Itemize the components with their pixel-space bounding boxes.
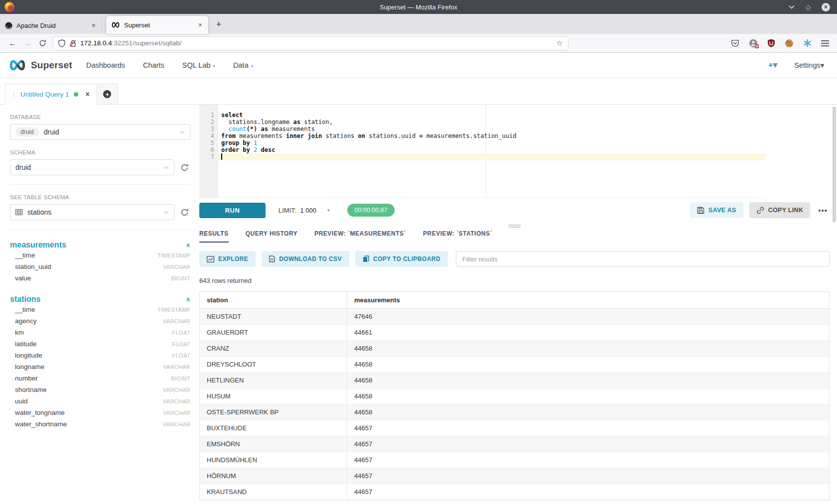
drag-handle-icon[interactable]: ⋮: [10, 91, 16, 98]
add-query-tab-button[interactable]: +: [97, 84, 118, 105]
tab-close-icon[interactable]: ×: [197, 21, 203, 29]
insecure-lock-icon[interactable]: [69, 39, 76, 47]
ublock-icon[interactable]: [767, 39, 775, 47]
editor-gutter: 1234567: [199, 105, 218, 198]
schema-table-name[interactable]: stations: [10, 295, 40, 304]
download-csv-button[interactable]: DOWNLOAD TO CSV: [262, 251, 349, 267]
database-select[interactable]: druid druid: [10, 124, 190, 140]
profile-extension-icon[interactable]: [749, 39, 758, 48]
url-bar[interactable]: 172.18.0.4:32251/superset/sqllab/ ☆: [53, 36, 568, 50]
filter-results-input[interactable]: [456, 251, 830, 267]
nav-data[interactable]: Data▾: [233, 61, 253, 69]
new-item-menu[interactable]: +▾: [768, 60, 777, 70]
schema-table-name[interactable]: measurements: [10, 241, 66, 250]
cell-station: HETLINGEN: [200, 373, 347, 388]
tracking-shield-icon[interactable]: [58, 39, 65, 47]
new-tab-button[interactable]: +: [211, 17, 226, 32]
nav-charts[interactable]: Charts: [143, 61, 164, 69]
schema-select[interactable]: druid: [10, 159, 174, 175]
browser-tab-superset[interactable]: Superset ×: [106, 16, 208, 34]
table-row[interactable]: GRAUERORT44661: [200, 325, 829, 341]
cell-measurements: 44658: [347, 377, 829, 384]
nav-sql-lab[interactable]: SQL Lab▾: [182, 61, 215, 69]
column-header-station[interactable]: station: [200, 292, 347, 308]
column-name: station_uuid: [15, 263, 51, 270]
table-row[interactable]: OSTE-SPERRWERK BP44658: [200, 404, 829, 420]
gutter-line-number: 7: [199, 153, 214, 160]
code-line[interactable]: count(*) as measurements: [218, 126, 766, 132]
code-line[interactable]: stations.longname as station,: [218, 119, 766, 126]
tab-close-icon[interactable]: ×: [91, 21, 97, 29]
collapse-section-icon[interactable]: ∧: [186, 296, 190, 303]
query-status-dot: [74, 92, 78, 97]
table-select[interactable]: stations: [10, 204, 174, 220]
table-row[interactable]: BUXTEHUDE44657: [200, 420, 829, 436]
save-as-button[interactable]: SAVE AS: [690, 202, 743, 218]
druid-favicon: [5, 22, 12, 29]
schema-column-row: latitudeFLOAT: [10, 338, 190, 350]
tab-results[interactable]: RESULTS: [199, 230, 229, 243]
editor-code[interactable]: select stations.longname as station, cou…: [218, 105, 766, 198]
cell-measurements: 44658: [347, 392, 829, 400]
code-line[interactable]: [218, 153, 766, 160]
query-tab-close-icon[interactable]: ×: [86, 90, 90, 98]
table-row[interactable]: HUNDSMÜHLEN44657: [200, 452, 829, 468]
column-name: longname: [15, 363, 44, 371]
table-row[interactable]: NEUSTADT47646: [200, 309, 829, 325]
refresh-tables-icon[interactable]: [180, 208, 190, 217]
table-row[interactable]: EMSHÖRN44657: [200, 436, 829, 452]
collapse-section-icon[interactable]: ∧: [186, 242, 190, 249]
cell-measurements: 44657: [347, 456, 829, 464]
tab-preview-stations[interactable]: PREVIEW: `STATIONS`: [423, 230, 492, 242]
query-tab[interactable]: ⋮ Untitled Query 1 ×: [5, 84, 97, 105]
superset-brand[interactable]: Superset: [8, 59, 72, 71]
copy-link-button[interactable]: COPY LINK: [749, 202, 811, 218]
sparkle-extension-icon[interactable]: [803, 39, 812, 47]
table-row[interactable]: HETLINGEN44658: [200, 373, 829, 388]
table-row[interactable]: CRANZ44658: [200, 341, 829, 357]
settings-menu[interactable]: Settings▾: [794, 61, 824, 69]
pane-splitter[interactable]: [199, 222, 830, 230]
column-header-measurements[interactable]: measurements: [347, 296, 829, 304]
reload-button[interactable]: [35, 39, 50, 47]
bookmark-star-icon[interactable]: ☆: [557, 39, 563, 48]
limit-dropdown[interactable]: LIMIT: 1 000 ▾: [279, 207, 329, 214]
back-button[interactable]: ←: [5, 39, 20, 48]
table-row[interactable]: KRAUTSAND44657: [200, 484, 829, 500]
code-line[interactable]: select: [218, 112, 766, 119]
pocket-icon[interactable]: [731, 39, 739, 47]
superset-favicon: [111, 22, 120, 28]
forward-button[interactable]: →: [20, 39, 35, 48]
column-type: FLOAT: [172, 330, 190, 336]
schema-column-row: __timeTIMESTAMP: [10, 304, 190, 315]
column-type: FLOAT: [172, 353, 190, 359]
tab-preview-measurements[interactable]: PREVIEW: `MEASUREMENTS`: [314, 230, 406, 242]
table-row[interactable]: HÖRNUM44657: [200, 468, 829, 484]
query-tabstrip: ⋮ Untitled Query 1 × +: [0, 78, 837, 105]
code-line[interactable]: order by 2 desc: [218, 146, 766, 153]
browser-tab-apache-druid[interactable]: Apache Druid ×: [0, 17, 102, 34]
code-line[interactable]: from measurements inner join stations on…: [218, 132, 766, 139]
copy-clipboard-button[interactable]: COPY TO CLIPBOARD: [355, 251, 448, 267]
schema-column-row: __timeTIMESTAMP: [10, 250, 190, 261]
pane-scrollbar[interactable]: [833, 107, 836, 222]
code-line[interactable]: group by 1: [218, 139, 766, 146]
cookie-extension-icon[interactable]: [785, 39, 794, 48]
schema-column-row: kmFLOAT: [10, 327, 190, 338]
sql-editor[interactable]: 1234567 select stations.longname as stat…: [199, 105, 766, 198]
run-button[interactable]: RUN: [199, 203, 266, 218]
cell-station: NEUSTADT: [200, 309, 347, 324]
refresh-schemas-icon[interactable]: [180, 163, 190, 172]
explore-button[interactable]: EXPLORE: [199, 251, 256, 267]
window-maximize-button[interactable]: ◇: [806, 4, 811, 10]
window-close-button[interactable]: ×: [822, 3, 830, 11]
window-minimize-button[interactable]: [789, 5, 795, 9]
table-row[interactable]: HUSUM44658: [200, 388, 829, 404]
more-options-icon[interactable]: •••: [816, 206, 830, 215]
menu-hamburger-icon[interactable]: [821, 40, 829, 47]
tab-query-history[interactable]: QUERY HISTORY: [246, 230, 298, 242]
table-row[interactable]: DREYSCHLOOT44658: [200, 357, 829, 373]
database-label: DATABASE: [10, 114, 190, 120]
nav-dashboards[interactable]: Dashboards: [86, 61, 125, 69]
sqllab-main: ⋮ Untitled Query 1 × + DATABASE druid dr…: [0, 78, 837, 504]
